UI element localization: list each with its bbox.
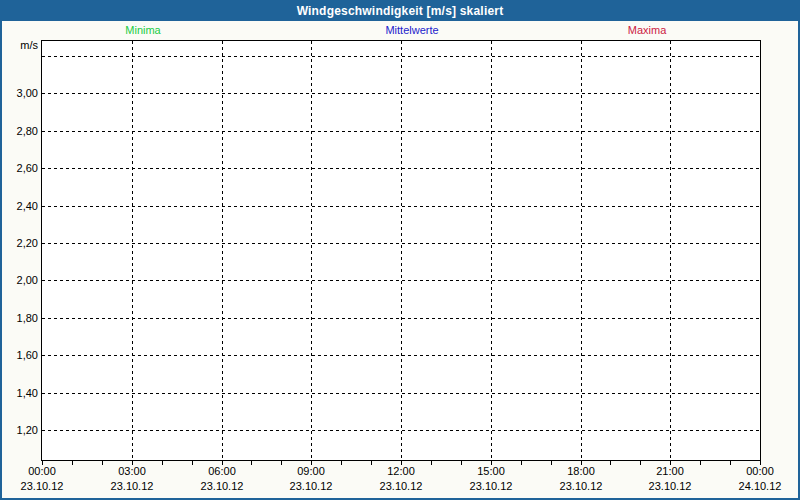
legend-item-mittelwerte: Mittelwerte	[385, 24, 438, 36]
x-tick	[461, 461, 462, 465]
x-tick-date-label: 23.10.12	[21, 480, 64, 492]
v-gridline	[491, 41, 492, 460]
y-tick-label: 3,00	[2, 87, 38, 99]
v-gridline	[311, 41, 312, 460]
x-tick-time-label: 21:00	[656, 465, 684, 477]
y-tick-label: 2,80	[2, 125, 38, 137]
v-gridline	[670, 41, 671, 460]
v-gridline	[401, 41, 402, 460]
x-tick	[521, 461, 522, 465]
window-title: Windgeschwindigkeit [m/s] skaliert	[2, 2, 798, 21]
x-tick	[251, 461, 252, 465]
x-tick	[162, 461, 163, 465]
x-tick-date-label: 23.10.12	[111, 480, 154, 492]
x-tick	[700, 461, 701, 465]
y-tick-label: 1,20	[2, 424, 38, 436]
x-tick	[281, 461, 282, 465]
x-tick-date-label: 23.10.12	[649, 480, 692, 492]
v-gridline	[132, 41, 133, 460]
y-tick-label: 2,00	[2, 274, 38, 286]
y-tick-label: 2,20	[2, 237, 38, 249]
x-tick-time-label: 03:00	[118, 465, 146, 477]
x-tick	[730, 461, 731, 465]
legend-item-maxima: Maxima	[628, 24, 667, 36]
y-tick-label: 1,60	[2, 349, 38, 361]
x-tick-date-label: 23.10.12	[201, 480, 244, 492]
x-tick-date-label: 23.10.12	[290, 480, 333, 492]
y-tick-label: 2,40	[2, 200, 38, 212]
legend-item-minima: Minima	[125, 24, 160, 36]
x-tick-date-label: 24.10.12	[739, 480, 782, 492]
x-tick	[431, 461, 432, 465]
x-tick	[371, 461, 372, 465]
x-tick-time-label: 00:00	[28, 465, 56, 477]
chart-window: Windgeschwindigkeit [m/s] skaliert Minim…	[0, 0, 800, 500]
x-tick-time-label: 06:00	[208, 465, 236, 477]
x-tick	[102, 461, 103, 465]
x-tick	[610, 461, 611, 465]
v-gridline	[581, 41, 582, 460]
x-tick	[640, 461, 641, 465]
x-tick	[551, 461, 552, 465]
x-tick-time-label: 18:00	[567, 465, 595, 477]
y-tick-label: 1,80	[2, 312, 38, 324]
y-tick-label: 2,60	[2, 162, 38, 174]
y-axis-unit-label: m/s	[2, 39, 38, 51]
y-tick-label: 1,40	[2, 387, 38, 399]
x-tick-time-label: 00:00	[746, 465, 774, 477]
x-tick-time-label: 12:00	[387, 465, 415, 477]
v-gridline	[222, 41, 223, 460]
x-tick-time-label: 15:00	[477, 465, 505, 477]
x-tick-date-label: 23.10.12	[560, 480, 603, 492]
plot-area	[41, 40, 761, 461]
x-tick-date-label: 23.10.12	[470, 480, 513, 492]
x-tick	[192, 461, 193, 465]
x-tick	[72, 461, 73, 465]
x-tick-date-label: 23.10.12	[380, 480, 423, 492]
x-tick	[341, 461, 342, 465]
x-tick-time-label: 09:00	[297, 465, 325, 477]
